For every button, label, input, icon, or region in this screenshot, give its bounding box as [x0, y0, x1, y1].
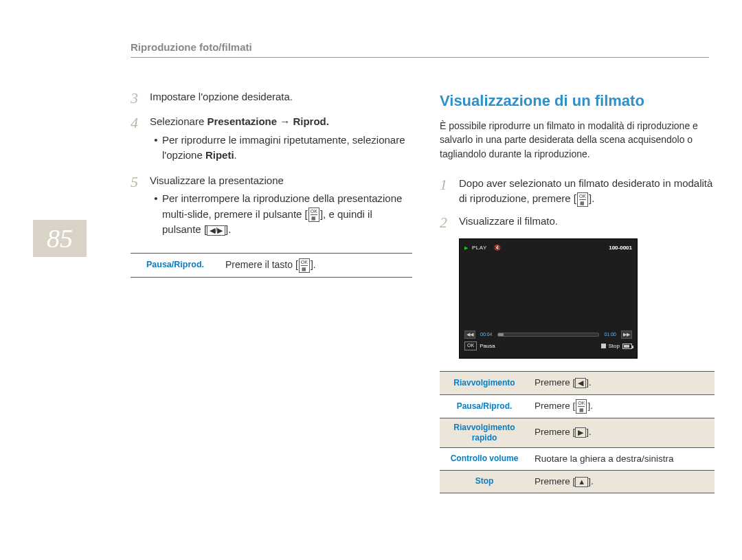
table-row: Riavvolgimento Premere [◀].: [440, 372, 715, 394]
left-column: 3 Impostare l'opzione desiderata. 4 Sele…: [131, 89, 412, 493]
table-row: Pausa/Riprod. Premere il tasto [OK▦].: [131, 253, 412, 277]
bold: Riprod.: [293, 115, 329, 127]
row-action: Premere [▲].: [529, 470, 715, 493]
text: Premere [: [535, 401, 575, 411]
row-action: Premere [◀].: [529, 372, 715, 394]
table-row: Stop Premere [▲].: [440, 470, 715, 493]
rewind-icon: ◀◀: [464, 331, 475, 339]
text: Selezionare: [150, 115, 207, 127]
ok-badge: OK: [464, 341, 477, 350]
text: Visualizzare la presentazione: [150, 175, 284, 186]
row-label: Pausa/Riprod.: [440, 394, 529, 418]
step-number: 5: [131, 173, 150, 240]
step-text: Visualizzare la presentazione • Per inte…: [150, 173, 412, 240]
page-number-tab: 85: [33, 220, 87, 257]
table-row: Riavvolgimento rapido Premere [▶].: [440, 418, 715, 447]
step-number: 4: [131, 114, 150, 166]
bullet-text: Per riprodurre le immagini ripetutamente…: [162, 133, 412, 164]
step-2: 2 Visualizzare il ﬁlmato.: [440, 214, 715, 232]
bullet-text: Per interrompere la riproduzione della p…: [162, 191, 412, 238]
bullet-dot: •: [150, 191, 162, 238]
row-label: Controllo volume: [440, 447, 529, 470]
left-key-icon: ◀: [575, 378, 586, 388]
ok-key-icon: OK▦: [299, 258, 310, 273]
row-label: Pausa/Riprod.: [131, 253, 220, 277]
section-header: Riproduzione foto/filmati: [131, 41, 709, 58]
step-text: Selezionare Presentazione → Riprod. • Pe…: [150, 114, 412, 166]
bracket: ].: [589, 192, 594, 204]
bracket: ].: [588, 476, 594, 486]
row-label: Stop: [440, 470, 529, 493]
table-row: Controllo volume Ruotare la ghiera a des…: [440, 447, 715, 470]
ok-key-icon: OK▦: [308, 208, 319, 222]
text: Premere il tasto [: [225, 259, 298, 270]
bracket: ].: [311, 259, 316, 270]
step-5: 5 Visualizzare la presentazione • Per in…: [131, 173, 412, 240]
bracket: ].: [586, 377, 592, 388]
file-id: 100-0001: [609, 244, 632, 252]
intro-paragraph: È possibile riprodurre un ﬁlmato in moda…: [440, 119, 715, 161]
step-text: Dopo aver selezionato un ﬁlmato desidera…: [459, 176, 715, 207]
table-row: Pausa/Riprod. Premere [OK▦].: [440, 394, 715, 418]
right-key-icon: ▶: [575, 427, 586, 438]
left-right-key-icon: ◀/▶: [207, 225, 225, 236]
step-text: Visualizzare il ﬁlmato.: [459, 214, 715, 232]
step-1: 1 Dopo aver selezionato un ﬁlmato deside…: [440, 176, 715, 207]
row-label: Riavvolgimento: [440, 372, 529, 394]
step-number: 3: [131, 89, 150, 107]
display-top-bar: ▶ PLAY 🔇 100-0001: [464, 244, 632, 252]
row-action: Premere [OK▦].: [529, 394, 715, 418]
subsection-heading: Visualizzazione di un ﬁlmato: [440, 89, 715, 112]
pause-play-table: Pausa/Riprod. Premere il tasto [OK▦].: [131, 253, 412, 278]
step-text: Impostare l'opzione desiderata.: [150, 89, 412, 107]
fastforward-icon: ▶▶: [621, 331, 632, 339]
content-columns: 3 Impostare l'opzione desiderata. 4 Sele…: [131, 89, 709, 493]
row-action: Premere [▶].: [529, 418, 715, 447]
text: Premere [: [535, 427, 575, 437]
arrow: →: [277, 115, 293, 127]
time-current: 00:04: [480, 331, 493, 339]
bullet: • Per riprodurre le immagini ripetutamen…: [150, 133, 412, 164]
text: Premere [: [535, 476, 575, 486]
display-progress-row: ◀◀ 00:04 01:00 ▶▶: [464, 331, 632, 339]
mute-icon: 🔇: [494, 244, 501, 252]
play-icon: ▶: [464, 245, 468, 252]
bold: Ripeti: [205, 149, 234, 161]
progress-fill: [498, 333, 504, 336]
text: Premere [: [535, 377, 575, 388]
display-video-area: [464, 254, 632, 331]
up-key-icon: ▲: [575, 477, 588, 487]
row-action: Ruotare la ghiera a destra/sinistra: [529, 447, 715, 470]
right-column: Visualizzazione di un ﬁlmato È possibile…: [440, 89, 715, 493]
step-3: 3 Impostare l'opzione desiderata.: [131, 89, 412, 107]
dot: .: [234, 149, 237, 161]
bracket: ].: [586, 427, 592, 437]
stop-icon: [601, 344, 606, 348]
ok-key-icon: OK▦: [576, 399, 587, 414]
manual-page: Riproduzione foto/filmati 85 3 Impostare…: [0, 0, 742, 560]
progress-track: [497, 333, 600, 337]
stop-label: Stop: [609, 342, 620, 350]
text: Per riprodurre le immagini ripetutamente…: [162, 134, 405, 161]
bracket: ].: [587, 401, 593, 411]
bullet-dot: •: [150, 133, 162, 164]
row-action: Premere il tasto [OK▦].: [220, 253, 412, 277]
bullet: • Per interrompere la riproduzione della…: [150, 191, 412, 238]
pausa-label: Pausa: [480, 342, 495, 350]
step-number: 2: [440, 214, 459, 232]
controls-table: Riavvolgimento Premere [◀]. Pausa/Riprod…: [440, 371, 715, 493]
bold: Presentazione: [207, 115, 277, 127]
play-label: PLAY: [472, 244, 487, 252]
step-number: 1: [440, 176, 459, 207]
battery-icon: [622, 344, 632, 349]
step-4: 4 Selezionare Presentazione → Riprod. • …: [131, 114, 412, 166]
bracket: ].: [225, 223, 231, 235]
ok-key-icon: OK▦: [577, 192, 588, 207]
time-total: 01:00: [604, 331, 616, 339]
row-label: Riavvolgimento rapido: [440, 418, 529, 447]
camera-display-mock: ▶ PLAY 🔇 100-0001 ◀◀ 00:04 01:00 ▶▶ OK P…: [459, 238, 638, 359]
display-bottom-bar: OK Pausa Stop: [464, 341, 632, 350]
bottom-right-group: Stop: [601, 342, 632, 350]
